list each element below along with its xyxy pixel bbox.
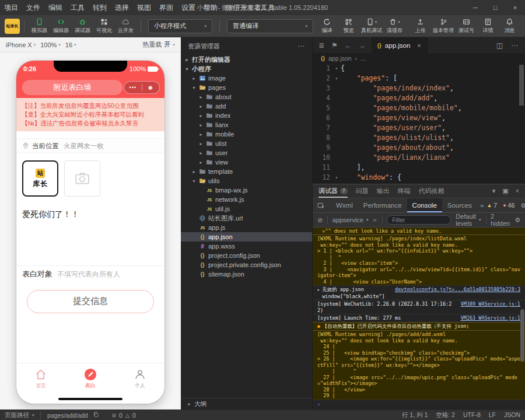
compile-mode-select[interactable]: 普通编译 ▾ xyxy=(227,19,313,33)
message-textarea[interactable]: 爱死你们了！！ xyxy=(16,204,164,220)
tree-item[interactable]: ▸mobile xyxy=(181,130,312,139)
console-entry[interactable]: [WXML Runtime warning] ./pages/add/add.w… xyxy=(313,330,525,400)
eye-icon[interactable] xyxy=(373,216,377,224)
close-tab-icon[interactable]: × xyxy=(417,42,421,49)
user-avatar[interactable]: 站库长 xyxy=(5,19,20,34)
status-item[interactable]: LF xyxy=(489,411,496,419)
tree-item[interactable]: ▸index xyxy=(181,111,312,120)
console-entry[interactable]: [WXML Runtime warning] ./pages/index/lis… xyxy=(313,235,525,285)
tree-item[interactable]: 站长图库.url xyxy=(181,214,312,223)
remote-debug-button[interactable]: ▾真机调试 xyxy=(359,18,384,34)
tree-item[interactable]: JSbmap-wx.js xyxy=(181,186,312,195)
device-select[interactable]: iPhone X ▾ xyxy=(6,41,36,48)
code-area[interactable]: 1▾{2▾ "pages": [3 "pages/index/index",4 … xyxy=(313,64,525,184)
tab-app-json[interactable]: {} app.json × xyxy=(372,37,428,53)
exit-target-icon[interactable]: ◉ xyxy=(142,85,160,90)
menu-item[interactable]: 编辑 xyxy=(44,3,66,13)
location-row[interactable]: 当前位置 火星网友一枚 xyxy=(16,138,164,153)
settings-gear-icon[interactable]: ⚙ xyxy=(520,202,525,209)
console-entry[interactable]: ▸无效的 app.jsonwindow["black,white"]devtoo… xyxy=(313,285,525,300)
minimize-button[interactable]: ─ xyxy=(466,0,485,15)
breadcrumb-more[interactable]: ... xyxy=(360,55,366,62)
status-item[interactable]: JSON xyxy=(504,411,520,419)
console-source-link[interactable]: VM263 WAService.js:1 xyxy=(461,315,520,321)
tree-item[interactable]: ▾utils xyxy=(181,176,312,186)
undock-icon[interactable]: ▣ xyxy=(502,187,508,195)
maximize-button[interactable]: □ xyxy=(485,0,505,15)
tree-item[interactable]: ▸add xyxy=(181,102,312,111)
tree-item[interactable]: {}app.json xyxy=(181,232,312,242)
problems-indicator[interactable]: ⊘ 0 △ 0 xyxy=(112,412,136,419)
close-button[interactable]: × xyxy=(505,0,525,15)
open-editors-icon[interactable]: ≣ xyxy=(318,41,324,50)
tree-item[interactable]: ▸user xyxy=(181,148,312,158)
status-item[interactable]: 空格: 2 xyxy=(436,411,455,419)
editor-button[interactable]: 编辑器 xyxy=(50,18,72,34)
cloud-dev-button[interactable]: 云开发 xyxy=(115,18,136,34)
console-scrollbar[interactable] xyxy=(520,309,524,362)
tree-item[interactable]: JSapp.js xyxy=(181,223,312,232)
panel-tab[interactable]: 终端 xyxy=(398,184,411,198)
debugger-button[interactable]: 调试器 xyxy=(72,18,93,34)
back-arrow-icon[interactable]: ← xyxy=(345,41,352,50)
status-item[interactable]: 行 1, 列 1 xyxy=(402,411,428,419)
tree-item[interactable]: ▸image xyxy=(181,74,312,83)
console-source-link[interactable]: devtoolsconfig.js?t=...6a51a00135805b228… xyxy=(395,286,520,293)
uploaded-image[interactable]: 站 库长 xyxy=(22,160,58,197)
visual-button[interactable]: 可视化 xyxy=(93,18,115,34)
expand-icon[interactable]: ▸ xyxy=(317,286,320,293)
devtools-tab[interactable]: Wxml xyxy=(331,198,358,212)
tab-profile[interactable]: 个人 xyxy=(115,363,164,394)
zoom-select[interactable]: 100% ▾ xyxy=(40,41,61,48)
close-panel-icon[interactable]: × xyxy=(516,187,519,195)
tree-item[interactable]: ▾pages xyxy=(181,83,312,92)
fold-icon[interactable]: ▾ xyxy=(332,173,341,183)
tree-item[interactable]: #app.wxss xyxy=(181,242,312,251)
tree-item[interactable]: {}project.private.config.json xyxy=(181,260,312,270)
tab-home[interactable]: 首页 xyxy=(16,363,66,394)
message-button[interactable]: 消息 xyxy=(499,18,520,34)
menu-item[interactable]: 选择 xyxy=(111,3,133,13)
panel-tab[interactable]: 问题 xyxy=(356,184,369,198)
menu-item[interactable]: 项目 xyxy=(0,3,22,13)
status-item[interactable]: UTF-8 xyxy=(463,411,481,419)
submit-button[interactable]: 提交信息 xyxy=(27,290,154,313)
fold-icon[interactable]: ▾ xyxy=(332,64,341,74)
clear-cache-button[interactable]: ▾清缓存 xyxy=(384,18,405,34)
panel-tab[interactable]: 代码依赖 xyxy=(419,184,444,198)
panel-tab[interactable]: 输出 xyxy=(377,184,390,198)
inspect-element-icon[interactable] xyxy=(313,202,330,209)
tree-item[interactable]: ▸about xyxy=(181,92,312,102)
bookmark-icon[interactable]: ⚑ xyxy=(331,41,338,50)
page-path-select[interactable]: 页面路径 ▾ xyxy=(5,411,34,419)
more-actions-icon[interactable]: ⋯ xyxy=(298,42,305,50)
tree-item[interactable]: JSutil.js xyxy=(181,204,312,214)
more-menu-icon[interactable]: ••• xyxy=(124,85,142,90)
console-source-link[interactable]: VM373:22 xyxy=(496,228,520,228)
menu-item[interactable]: 设置 xyxy=(177,3,200,13)
console-prompt[interactable]: › xyxy=(313,400,525,410)
console-source-link[interactable]: VM389 WAService.js:1 xyxy=(461,301,520,307)
more-tabs-icon[interactable]: » xyxy=(477,202,487,209)
console-output[interactable]: [system] LazyCodeLoading: falseVM373 WAS… xyxy=(313,228,525,410)
menu-item[interactable]: 界面 xyxy=(155,3,177,13)
test-account-button[interactable]: 测试号 xyxy=(456,18,477,34)
tab-compose[interactable]: 表白 xyxy=(66,363,116,394)
copy-path-icon[interactable] xyxy=(93,411,99,419)
frame-select[interactable]: appservice ▾ xyxy=(332,216,369,223)
hot-reload-control[interactable]: 热重载 开 ▾ xyxy=(142,40,175,49)
compile-button[interactable]: 编译 xyxy=(316,18,338,34)
devtools-tab[interactable]: Sources xyxy=(442,198,477,212)
network-select[interactable]: 16 ▾ xyxy=(65,41,76,48)
menu-item[interactable]: 工具 xyxy=(66,3,89,13)
tree-item[interactable]: JSnetwork.js xyxy=(181,195,312,204)
tree-item[interactable]: {}sitemap.json xyxy=(181,270,312,279)
clear-console-icon[interactable]: ⊘ xyxy=(317,216,323,224)
more-actions-icon[interactable]: ⋯ xyxy=(511,41,518,50)
tree-item[interactable]: ▸ulist xyxy=(181,139,312,148)
tree-item[interactable]: ▸template xyxy=(181,167,312,176)
breadcrumb-file[interactable]: app.json xyxy=(328,55,352,62)
current-page-path[interactable]: pages/add/add xyxy=(47,412,88,419)
menu-item[interactable]: 转到 xyxy=(89,3,111,13)
devtools-tab[interactable]: Console xyxy=(407,198,442,212)
